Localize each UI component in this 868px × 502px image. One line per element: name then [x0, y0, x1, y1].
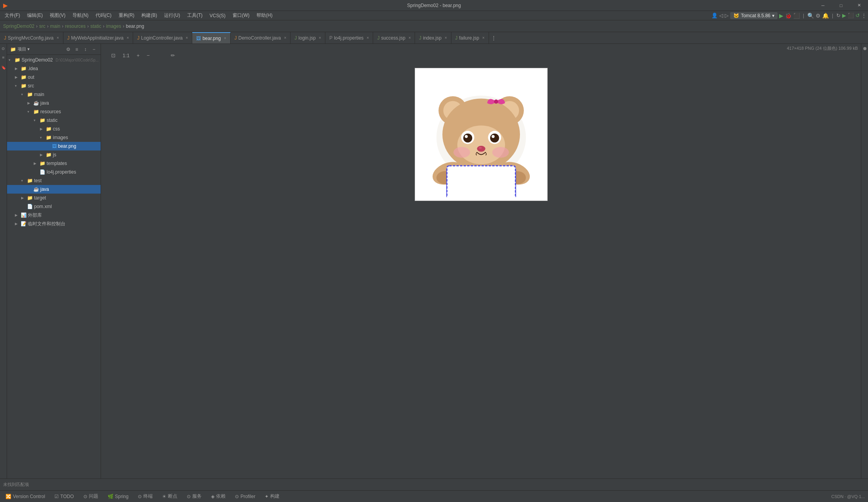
- menu-refactor[interactable]: 重构(R): [115, 11, 138, 20]
- settings-icon[interactable]: ⚙: [816, 13, 821, 19]
- status-breakpoints[interactable]: ☀ 断点: [160, 492, 180, 500]
- tree-item-test[interactable]: ▾ 📁 test: [7, 176, 101, 185]
- maximize-button[interactable]: □: [832, 0, 850, 11]
- status-problems[interactable]: ⊙ 问题: [81, 492, 101, 500]
- tree-item-lo4j-prop[interactable]: 📄 lo4j.properties: [7, 168, 101, 176]
- tab-close-icon[interactable]: ×: [224, 36, 226, 40]
- run-config-selector[interactable]: 🐱 Tomcat 8.5.86 ▾: [730, 12, 777, 19]
- left-panel-toggle[interactable]: ⊙: [0, 45, 6, 52]
- menu-vcs[interactable]: VCS(S): [206, 12, 229, 19]
- sidebar-list-icon[interactable]: ≡: [73, 46, 80, 53]
- edit-image-button[interactable]: ✏: [168, 52, 177, 59]
- tree-item-pom-xml[interactable]: 📄 pom.xml: [7, 202, 101, 211]
- tab-democontroller[interactable]: J DemoController.java ×: [231, 32, 291, 44]
- tree-item-images[interactable]: ▾ 📁 images: [7, 133, 101, 142]
- tab-close-icon[interactable]: ×: [126, 36, 129, 40]
- close-button[interactable]: ✕: [850, 0, 868, 11]
- tab-close-icon[interactable]: ×: [284, 36, 286, 40]
- tree-item-js[interactable]: ▶ 📁 js: [7, 150, 101, 159]
- nav-back-icon[interactable]: ◁: [719, 13, 723, 18]
- menu-code[interactable]: 代码(C): [92, 11, 115, 20]
- tree-item-target[interactable]: ▶ 📁 target: [7, 194, 101, 202]
- tree-item-java-src[interactable]: ▶ ☕ java: [7, 99, 101, 107]
- breadcrumb-resources[interactable]: resources: [65, 24, 86, 29]
- zoom-in-button[interactable]: +: [134, 52, 142, 59]
- tree-item-java-test[interactable]: ☕ java: [7, 185, 101, 194]
- tree-item-templates[interactable]: ▶ 📁 templates: [7, 159, 101, 168]
- menu-nav[interactable]: 导航(N): [69, 11, 92, 20]
- tabs-overflow-button[interactable]: ⋮: [489, 35, 498, 41]
- sidebar-title[interactable]: 项目 ▾: [18, 46, 63, 52]
- nav-forward-icon[interactable]: ▷: [725, 13, 729, 18]
- tree-item-project[interactable]: ▾ 📁 SpringDemo02 D:\01Major\00Code\Sp...: [7, 56, 101, 64]
- zoom-out-button[interactable]: −: [144, 52, 152, 59]
- tree-item-static[interactable]: ▾ 📁 static: [7, 116, 101, 125]
- tab-mywebappinitializer[interactable]: J MyWebAppInitializer.java ×: [63, 32, 134, 44]
- breadcrumb-main[interactable]: main: [50, 24, 60, 29]
- menu-edit[interactable]: 编辑(E): [24, 11, 46, 20]
- status-deps[interactable]: ◈ 依赖: [209, 492, 228, 500]
- sidebar-collapse-icon[interactable]: −: [90, 46, 97, 53]
- sidebar-sort-icon[interactable]: ↕: [82, 46, 89, 53]
- menu-run[interactable]: 运行(U): [161, 11, 183, 20]
- tab-close-icon[interactable]: ×: [186, 36, 188, 40]
- more-icon[interactable]: ⋮: [861, 13, 866, 18]
- tree-item-idea[interactable]: ▶ 📁 .idea: [7, 64, 101, 73]
- tree-item-external-libs[interactable]: ▶ 📊 外部库: [7, 211, 101, 219]
- tree-item-src[interactable]: ▾ 📁 src: [7, 82, 101, 90]
- fit-image-button[interactable]: ⊡: [109, 52, 118, 59]
- user-icon[interactable]: 👤: [711, 13, 718, 18]
- tree-item-bear-png[interactable]: 🖼 bear.png: [7, 142, 101, 150]
- update-icon[interactable]: ↻: [836, 13, 841, 18]
- tab-success-jsp[interactable]: J success.jsp ×: [373, 32, 415, 44]
- menu-file[interactable]: 文件(F): [2, 11, 23, 20]
- minimize-button[interactable]: ─: [814, 0, 832, 11]
- breadcrumb-static[interactable]: static: [90, 24, 101, 29]
- debug-button[interactable]: 🐞: [785, 13, 792, 19]
- breadcrumb-project[interactable]: SpringDemo02: [3, 24, 34, 29]
- status-version-control[interactable]: 🔀 Version Control: [3, 493, 47, 500]
- tab-close-icon[interactable]: ×: [57, 36, 59, 40]
- bookmark-toggle[interactable]: 🔖: [0, 63, 6, 71]
- menu-build[interactable]: 构建(B): [138, 11, 160, 20]
- stop-button[interactable]: ⬛: [793, 13, 800, 19]
- tab-lo4j-prop[interactable]: P lo4j.properties ×: [325, 32, 373, 44]
- sidebar-gear-icon[interactable]: ⚙: [65, 46, 72, 53]
- breadcrumb-file[interactable]: bear.png: [126, 24, 144, 29]
- status-todo[interactable]: ☑ TODO: [52, 493, 76, 500]
- tab-close-icon[interactable]: ×: [319, 36, 321, 40]
- tab-login-jsp[interactable]: J login.jsp ×: [291, 32, 325, 44]
- status-spring[interactable]: 🌿 Spring: [105, 493, 131, 500]
- menu-tools[interactable]: 工具(T): [184, 11, 206, 20]
- tree-item-scratch[interactable]: ▶ 📝 临时文件和控制台: [7, 219, 101, 228]
- tab-failure-jsp[interactable]: J failure.jsp ×: [451, 32, 489, 44]
- tab-springmvcconfig[interactable]: J SpringMvcConfig.java ×: [0, 32, 63, 44]
- tree-item-out[interactable]: ▶ 📁 out: [7, 73, 101, 82]
- tab-close-icon[interactable]: ×: [367, 36, 369, 40]
- tab-close-icon[interactable]: ×: [482, 36, 485, 40]
- breadcrumb-src[interactable]: src: [39, 24, 45, 29]
- status-terminal[interactable]: ⊙ 终端: [135, 492, 155, 500]
- tab-close-icon[interactable]: ×: [445, 36, 447, 40]
- tree-item-css[interactable]: ▶ 📁 css: [7, 125, 101, 133]
- reload-icon[interactable]: ↺: [855, 13, 860, 18]
- tree-item-resources[interactable]: ▾ 📁 resources: [7, 107, 101, 116]
- breadcrumb-images[interactable]: images: [106, 24, 121, 29]
- menu-window[interactable]: 窗口(W): [229, 11, 253, 20]
- search-everywhere-icon[interactable]: 🔍: [807, 13, 814, 19]
- tab-index-jsp[interactable]: J index.jsp ×: [415, 32, 451, 44]
- menu-help[interactable]: 帮助(H): [253, 11, 276, 20]
- status-build[interactable]: ✦ 构建: [262, 492, 282, 500]
- status-services[interactable]: ⊙ 服务: [184, 492, 204, 500]
- run2-icon[interactable]: ▶: [842, 13, 846, 18]
- stop2-icon[interactable]: ⬛: [848, 13, 854, 18]
- tab-bear-png[interactable]: 🖼 bear.png ×: [192, 32, 231, 44]
- tab-close-icon[interactable]: ×: [408, 36, 411, 40]
- run-button[interactable]: ▶: [779, 13, 783, 19]
- menu-view[interactable]: 视图(V): [47, 11, 69, 20]
- notifications-icon[interactable]: 🔔: [822, 13, 829, 19]
- tab-logincontroller[interactable]: J LoginController.java ×: [133, 32, 192, 44]
- tree-item-main[interactable]: ▾ 📁 main: [7, 90, 101, 99]
- actual-size-button[interactable]: 1:1: [120, 52, 132, 59]
- structure-toggle[interactable]: ≡: [0, 55, 6, 60]
